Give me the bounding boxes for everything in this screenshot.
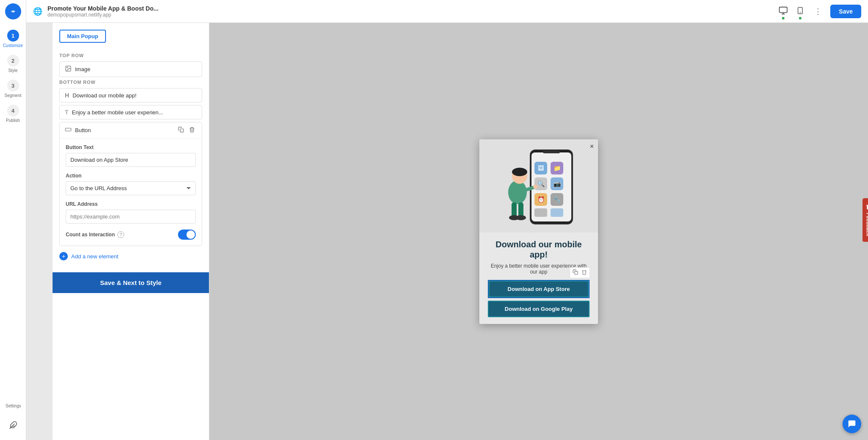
- svg-rect-36: [518, 202, 523, 217]
- add-element-label: Add a new element: [71, 253, 118, 260]
- canvas-area: ×: [209, 23, 868, 440]
- button-editor-label: Button: [75, 127, 91, 133]
- svg-point-38: [516, 215, 526, 220]
- feedback-label: Feedback: [865, 213, 868, 236]
- sidebar-item-label-segment: Segment: [4, 93, 21, 98]
- svg-rect-23: [551, 208, 563, 217]
- main-popup-button[interactable]: Main Popup: [59, 30, 106, 43]
- google-play-button[interactable]: Download on Google Play: [488, 301, 590, 317]
- popup-preview: ×: [479, 139, 598, 324]
- image-element-label: Image: [75, 66, 90, 72]
- url-address-input[interactable]: [66, 210, 196, 224]
- svg-point-34: [533, 185, 537, 189]
- heading-icon: H: [65, 92, 69, 99]
- svg-point-32: [512, 168, 527, 176]
- main-wrapper: Main Popup TOP ROW Image BOTTOM ROW H Do…: [53, 23, 868, 440]
- topbar-title: Promote Your Mobile App & Boost Do...: [47, 5, 159, 12]
- copy-button-element[interactable]: [176, 126, 186, 135]
- svg-text:⏰: ⏰: [537, 196, 545, 203]
- device-icons: [777, 4, 806, 19]
- svg-text:🖼: 🖼: [538, 165, 544, 172]
- svg-text:🔍: 🔍: [537, 180, 545, 188]
- image-element-row[interactable]: Image: [59, 61, 202, 77]
- step-number-4: 4: [7, 105, 19, 116]
- popup-close-button[interactable]: ×: [590, 143, 594, 150]
- popup-copy-btn[interactable]: [572, 268, 579, 277]
- bottom-row-label: BOTTOM ROW: [59, 80, 202, 85]
- step-number-3: 3: [7, 80, 19, 91]
- action-label: Action: [66, 173, 196, 179]
- popup-content: Download our mobile app! Enjoy a better …: [479, 232, 598, 324]
- svg-point-30: [508, 180, 527, 204]
- sidebar-item-publish[interactable]: 4 Publish: [0, 101, 26, 126]
- count-interaction-toggle[interactable]: [178, 230, 196, 240]
- button-editor-panel: Button: [59, 122, 202, 246]
- action-select[interactable]: Go to the URL Address Close Popup Go to …: [66, 181, 196, 195]
- mobile-active-dot: [799, 17, 801, 19]
- button-text-label: Button Text: [66, 144, 196, 150]
- popup-btn-overlay: [570, 267, 590, 278]
- more-options-icon[interactable]: ⋮: [811, 5, 825, 18]
- svg-text:📷: 📷: [554, 180, 561, 188]
- app-logo[interactable]: [5, 3, 21, 19]
- app-store-btn-wrapper: Download on App Store: [488, 280, 590, 298]
- phone-illustration: 🖼 📁 🔍 📷 ⏰ 🔧: [496, 141, 581, 230]
- svg-point-10: [67, 67, 68, 68]
- url-address-label: URL Address: [66, 201, 196, 207]
- button-text-input[interactable]: [66, 153, 196, 167]
- save-next-button[interactable]: Save & Next to Style: [53, 272, 209, 293]
- topbar: 🌐 Promote Your Mobile App & Boost Do... …: [26, 0, 868, 23]
- step-number-2: 2: [7, 55, 19, 66]
- sidebar-item-segment[interactable]: 3 Segment: [0, 76, 26, 101]
- sidebar-item-label-style: Style: [8, 68, 17, 73]
- topbar-title-group: Promote Your Mobile App & Boost Do... de…: [47, 5, 159, 18]
- save-button[interactable]: Save: [830, 5, 861, 18]
- feedback-tab[interactable]: Feedback: [862, 198, 868, 242]
- svg-rect-39: [575, 271, 578, 274]
- button-editor-title: Button: [65, 126, 91, 134]
- text-element-row[interactable]: T Enjoy a better mobile user experien...: [59, 105, 202, 119]
- app-store-btn-text: Download on App Store: [489, 281, 589, 297]
- app-store-button[interactable]: Download on App Store: [488, 280, 590, 298]
- puzzle-icon-button[interactable]: [5, 417, 21, 433]
- settings-button[interactable]: Settings: [5, 398, 21, 414]
- text-icon: T: [65, 109, 69, 116]
- desktop-icon[interactable]: [777, 4, 790, 19]
- button-editor-body: Button Text Action Go to the URL Address…: [60, 138, 202, 246]
- svg-rect-12: [180, 129, 184, 132]
- svg-text:📁: 📁: [554, 165, 561, 172]
- add-element-button[interactable]: + Add a new element: [59, 249, 202, 264]
- toggle-label-group: Count as Interaction ?: [66, 231, 124, 238]
- desktop-active-dot: [782, 17, 785, 19]
- button-editor-header: Button: [60, 122, 202, 138]
- chat-icon: [847, 419, 857, 429]
- headline-element-row[interactable]: H Download our mobile app!: [59, 88, 202, 102]
- sidebar-item-style[interactable]: 2 Style: [0, 51, 26, 76]
- text-element-label: Enjoy a better mobile user experien...: [72, 109, 163, 116]
- feedback-icon: [865, 204, 868, 210]
- sidebar-item-label-customize: Customize: [3, 43, 23, 48]
- button-icon: [65, 126, 72, 134]
- globe-icon: 🌐: [33, 7, 42, 16]
- left-panel: Main Popup TOP ROW Image BOTTOM ROW H Do…: [53, 23, 209, 440]
- delete-button-element[interactable]: [187, 126, 197, 135]
- settings-label: Settings: [6, 404, 21, 408]
- topbar-subtitle: demopopupsmart.netlify.app: [47, 12, 159, 18]
- svg-rect-11: [65, 128, 71, 131]
- chat-bubble[interactable]: [843, 415, 861, 433]
- svg-rect-4: [779, 7, 787, 12]
- top-row-label: TOP ROW: [59, 53, 202, 58]
- headline-element-label: Download our mobile app!: [72, 92, 136, 99]
- svg-rect-22: [534, 208, 547, 217]
- mobile-icon[interactable]: [795, 4, 806, 19]
- help-icon[interactable]: ?: [117, 231, 124, 238]
- popup-buttons: Download on App Store Download on Google…: [488, 280, 590, 317]
- svg-rect-15: [543, 151, 560, 153]
- step-number-1: 1: [7, 30, 19, 42]
- count-interaction-label: Count as Interaction: [66, 232, 115, 238]
- svg-rect-35: [512, 202, 517, 217]
- popup-image-area: 🖼 📁 🔍 📷 ⏰ 🔧: [479, 139, 598, 232]
- image-icon: [65, 65, 72, 73]
- popup-delete-btn[interactable]: [581, 268, 588, 277]
- sidebar-item-customize[interactable]: 1 Customize: [0, 26, 26, 51]
